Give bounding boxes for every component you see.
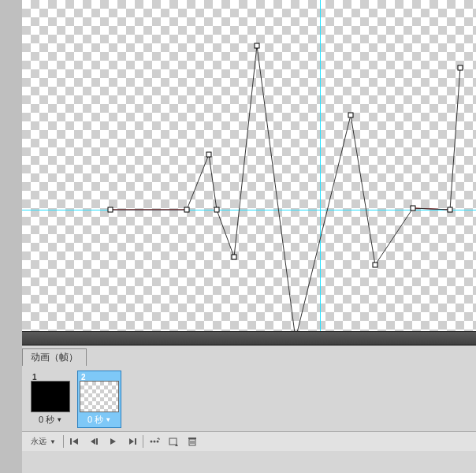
delete-frame-button[interactable] xyxy=(183,434,202,449)
svg-rect-26 xyxy=(188,438,196,439)
guide-horizontal[interactable] xyxy=(22,210,476,210)
svg-marker-18 xyxy=(129,438,134,445)
svg-rect-16 xyxy=(96,438,98,445)
new-frame-icon xyxy=(168,436,179,447)
tween-button[interactable] xyxy=(145,434,164,449)
frame-number: 2 xyxy=(81,373,86,382)
loop-dropdown[interactable]: 永远 ▼ xyxy=(25,434,61,449)
svg-marker-17 xyxy=(110,438,116,445)
frame-delay-label: 0 秒 xyxy=(87,414,103,426)
canvas-transparency-grid xyxy=(22,0,476,331)
first-frame-icon xyxy=(69,436,80,447)
frame-1[interactable]: 1 0 秒 ▼ xyxy=(28,371,73,428)
chevron-down-icon: ▼ xyxy=(56,416,62,423)
svg-rect-19 xyxy=(135,438,136,445)
frame-delay-button[interactable]: 0 秒 ▼ xyxy=(87,414,111,426)
svg-rect-23 xyxy=(169,438,177,445)
svg-point-22 xyxy=(156,441,158,443)
svg-point-20 xyxy=(150,441,152,443)
next-frame-icon xyxy=(126,436,137,447)
svg-rect-13 xyxy=(70,438,72,445)
canvas-bottom-scrollbar[interactable] xyxy=(22,331,476,345)
svg-marker-14 xyxy=(73,438,78,445)
play-button[interactable] xyxy=(103,434,122,449)
separator xyxy=(143,435,143,448)
animation-tab[interactable]: 动画（帧） xyxy=(22,348,87,366)
left-gutter xyxy=(0,0,22,331)
frame-2[interactable]: 2 0 秒 ▼ xyxy=(77,371,121,428)
animation-panel: 动画（帧） 1 0 秒 ▼ 2 0 秒 ▼ 永远 ▼ xyxy=(22,345,476,473)
svg-marker-15 xyxy=(91,438,95,445)
first-frame-button[interactable] xyxy=(65,434,84,449)
canvas-area[interactable] xyxy=(22,0,476,331)
new-frame-button[interactable] xyxy=(164,434,183,449)
chevron-down-icon: ▼ xyxy=(50,438,56,445)
separator xyxy=(63,435,64,448)
controls-bar: 永远 ▼ xyxy=(22,431,476,451)
prev-frame-button[interactable] xyxy=(84,434,103,449)
frame-thumb xyxy=(31,381,70,412)
frame-delay-label: 0 秒 xyxy=(39,414,54,426)
frame-delay-button[interactable]: 0 秒 ▼ xyxy=(39,414,62,426)
svg-point-21 xyxy=(153,441,155,443)
next-frame-button[interactable] xyxy=(122,434,141,449)
frames-row: 1 0 秒 ▼ 2 0 秒 ▼ xyxy=(22,366,476,431)
tween-icon xyxy=(149,436,160,447)
chevron-down-icon: ▼ xyxy=(105,416,111,423)
guide-vertical[interactable] xyxy=(320,0,321,331)
frame-number: 1 xyxy=(32,373,37,382)
loop-label: 永远 xyxy=(31,436,46,447)
trash-icon xyxy=(187,436,198,447)
play-icon xyxy=(107,436,118,447)
prev-frame-icon xyxy=(88,436,99,447)
frame-thumb xyxy=(80,381,119,412)
